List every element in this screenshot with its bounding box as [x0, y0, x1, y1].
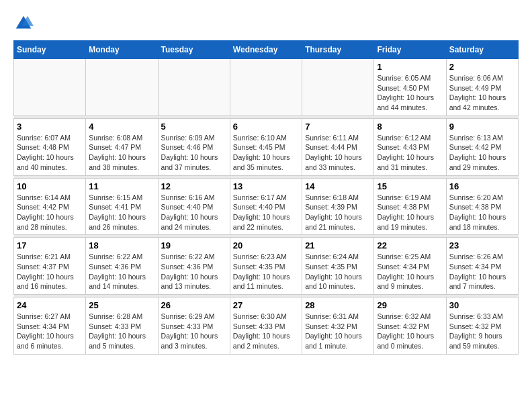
day-info: Sunrise: 6:13 AM Sunset: 4:42 PM Dayligh…: [449, 133, 515, 173]
day-number: 23: [449, 240, 515, 250]
weekday-header: Thursday: [302, 41, 374, 59]
day-info: Sunrise: 6:15 AM Sunset: 4:41 PM Dayligh…: [89, 193, 154, 232]
day-number: 18: [89, 240, 154, 250]
day-info: Sunrise: 6:06 AM Sunset: 4:49 PM Dayligh…: [449, 73, 515, 113]
calendar-day-cell: 3Sunrise: 6:07 AM Sunset: 4:48 PM Daylig…: [14, 118, 86, 175]
day-number: 11: [89, 181, 154, 191]
day-number: 19: [161, 240, 227, 250]
day-info: Sunrise: 6:27 AM Sunset: 4:34 PM Dayligh…: [17, 312, 83, 351]
day-info: Sunrise: 6:07 AM Sunset: 4:48 PM Dayligh…: [17, 133, 83, 173]
day-info: Sunrise: 6:30 AM Sunset: 4:33 PM Dayligh…: [233, 312, 299, 351]
calendar-week-row: 17Sunrise: 6:21 AM Sunset: 4:37 PM Dayli…: [14, 238, 519, 295]
calendar-week-row: 10Sunrise: 6:14 AM Sunset: 4:42 PM Dayli…: [14, 178, 519, 235]
day-info: Sunrise: 6:16 AM Sunset: 4:40 PM Dayligh…: [161, 193, 227, 232]
day-number: 7: [305, 122, 371, 132]
day-number: 2: [449, 62, 515, 72]
day-info: Sunrise: 6:21 AM Sunset: 4:37 PM Dayligh…: [17, 252, 83, 291]
day-info: Sunrise: 6:32 AM Sunset: 4:32 PM Dayligh…: [377, 312, 443, 351]
calendar-day-cell: 6Sunrise: 6:10 AM Sunset: 4:45 PM Daylig…: [230, 118, 302, 175]
calendar-day-cell: [14, 59, 86, 116]
day-info: Sunrise: 6:26 AM Sunset: 4:34 PM Dayligh…: [449, 252, 515, 291]
day-info: Sunrise: 6:33 AM Sunset: 4:32 PM Dayligh…: [449, 312, 515, 351]
day-info: Sunrise: 6:17 AM Sunset: 4:40 PM Dayligh…: [233, 193, 299, 232]
calendar-day-cell: 30Sunrise: 6:33 AM Sunset: 4:32 PM Dayli…: [446, 298, 518, 355]
calendar-week-row: 3Sunrise: 6:07 AM Sunset: 4:48 PM Daylig…: [14, 118, 519, 175]
day-number: 27: [233, 300, 299, 310]
calendar-day-cell: 28Sunrise: 6:31 AM Sunset: 4:32 PM Dayli…: [302, 298, 374, 355]
day-number: 30: [449, 300, 515, 310]
day-info: Sunrise: 6:18 AM Sunset: 4:39 PM Dayligh…: [305, 193, 371, 232]
day-number: 10: [17, 181, 83, 191]
day-info: Sunrise: 6:12 AM Sunset: 4:43 PM Dayligh…: [377, 133, 443, 173]
day-number: 4: [89, 122, 154, 132]
calendar-week-row: 24Sunrise: 6:27 AM Sunset: 4:34 PM Dayli…: [14, 298, 519, 355]
weekday-header: Tuesday: [158, 41, 230, 59]
day-info: Sunrise: 6:24 AM Sunset: 4:35 PM Dayligh…: [305, 252, 371, 291]
day-info: Sunrise: 6:10 AM Sunset: 4:45 PM Dayligh…: [233, 133, 299, 173]
calendar-day-cell: 19Sunrise: 6:22 AM Sunset: 4:36 PM Dayli…: [158, 238, 230, 295]
logo-icon: [13, 13, 34, 34]
page-header: [13, 13, 519, 34]
calendar-day-cell: 12Sunrise: 6:16 AM Sunset: 4:40 PM Dayli…: [158, 178, 230, 235]
weekday-header: Monday: [86, 41, 158, 59]
day-number: 21: [305, 240, 371, 250]
day-info: Sunrise: 6:09 AM Sunset: 4:46 PM Dayligh…: [161, 133, 227, 173]
day-number: 16: [449, 181, 515, 191]
day-info: Sunrise: 6:22 AM Sunset: 4:36 PM Dayligh…: [161, 252, 227, 291]
day-info: Sunrise: 6:31 AM Sunset: 4:32 PM Dayligh…: [305, 312, 371, 351]
day-info: Sunrise: 6:23 AM Sunset: 4:35 PM Dayligh…: [233, 252, 299, 291]
day-number: 20: [233, 240, 299, 250]
calendar-day-cell: 23Sunrise: 6:26 AM Sunset: 4:34 PM Dayli…: [446, 238, 518, 295]
day-info: Sunrise: 6:14 AM Sunset: 4:42 PM Dayligh…: [17, 193, 83, 232]
calendar-day-cell: 13Sunrise: 6:17 AM Sunset: 4:40 PM Dayli…: [230, 178, 302, 235]
calendar-day-cell: 7Sunrise: 6:11 AM Sunset: 4:44 PM Daylig…: [302, 118, 374, 175]
weekday-header: Sunday: [14, 41, 86, 59]
day-number: 15: [377, 181, 443, 191]
day-info: Sunrise: 6:20 AM Sunset: 4:38 PM Dayligh…: [449, 193, 515, 232]
day-number: 26: [161, 300, 227, 310]
calendar-day-cell: 10Sunrise: 6:14 AM Sunset: 4:42 PM Dayli…: [14, 178, 86, 235]
day-number: 28: [305, 300, 371, 310]
calendar-day-cell: 14Sunrise: 6:18 AM Sunset: 4:39 PM Dayli…: [302, 178, 374, 235]
day-number: 8: [377, 122, 443, 132]
calendar-day-cell: 26Sunrise: 6:29 AM Sunset: 4:33 PM Dayli…: [158, 298, 230, 355]
day-number: 13: [233, 181, 299, 191]
calendar-day-cell: 1Sunrise: 6:05 AM Sunset: 4:50 PM Daylig…: [374, 59, 446, 116]
day-number: 3: [17, 122, 83, 132]
day-number: 22: [377, 240, 443, 250]
calendar-day-cell: 24Sunrise: 6:27 AM Sunset: 4:34 PM Dayli…: [14, 298, 86, 355]
calendar-day-cell: 22Sunrise: 6:25 AM Sunset: 4:34 PM Dayli…: [374, 238, 446, 295]
calendar-table: SundayMondayTuesdayWednesdayThursdayFrid…: [13, 40, 519, 355]
day-info: Sunrise: 6:22 AM Sunset: 4:36 PM Dayligh…: [89, 252, 154, 291]
calendar-day-cell: 29Sunrise: 6:32 AM Sunset: 4:32 PM Dayli…: [374, 298, 446, 355]
day-info: Sunrise: 6:19 AM Sunset: 4:38 PM Dayligh…: [377, 193, 443, 232]
logo: [13, 13, 38, 34]
day-number: 12: [161, 181, 227, 191]
day-number: 29: [377, 300, 443, 310]
calendar-day-cell: 25Sunrise: 6:28 AM Sunset: 4:33 PM Dayli…: [86, 298, 158, 355]
day-number: 14: [305, 181, 371, 191]
day-number: 9: [449, 122, 515, 132]
day-info: Sunrise: 6:08 AM Sunset: 4:47 PM Dayligh…: [89, 133, 154, 173]
calendar-day-cell: 15Sunrise: 6:19 AM Sunset: 4:38 PM Dayli…: [374, 178, 446, 235]
day-number: 25: [89, 300, 154, 310]
day-info: Sunrise: 6:11 AM Sunset: 4:44 PM Dayligh…: [305, 133, 371, 173]
calendar-day-cell: 11Sunrise: 6:15 AM Sunset: 4:41 PM Dayli…: [86, 178, 158, 235]
day-number: 17: [17, 240, 83, 250]
calendar-day-cell: [230, 59, 302, 116]
calendar-day-cell: 4Sunrise: 6:08 AM Sunset: 4:47 PM Daylig…: [86, 118, 158, 175]
day-info: Sunrise: 6:28 AM Sunset: 4:33 PM Dayligh…: [89, 312, 154, 351]
calendar-day-cell: 5Sunrise: 6:09 AM Sunset: 4:46 PM Daylig…: [158, 118, 230, 175]
calendar-day-cell: 18Sunrise: 6:22 AM Sunset: 4:36 PM Dayli…: [86, 238, 158, 295]
calendar-day-cell: [158, 59, 230, 116]
day-number: 1: [377, 62, 443, 72]
calendar-day-cell: 27Sunrise: 6:30 AM Sunset: 4:33 PM Dayli…: [230, 298, 302, 355]
weekday-header: Friday: [374, 41, 446, 59]
calendar-day-cell: 17Sunrise: 6:21 AM Sunset: 4:37 PM Dayli…: [14, 238, 86, 295]
calendar-header-row: SundayMondayTuesdayWednesdayThursdayFrid…: [14, 41, 519, 59]
day-number: 6: [233, 122, 299, 132]
day-info: Sunrise: 6:05 AM Sunset: 4:50 PM Dayligh…: [377, 73, 443, 113]
day-info: Sunrise: 6:29 AM Sunset: 4:33 PM Dayligh…: [161, 312, 227, 351]
calendar-week-row: 1Sunrise: 6:05 AM Sunset: 4:50 PM Daylig…: [14, 59, 519, 116]
day-number: 24: [17, 300, 83, 310]
